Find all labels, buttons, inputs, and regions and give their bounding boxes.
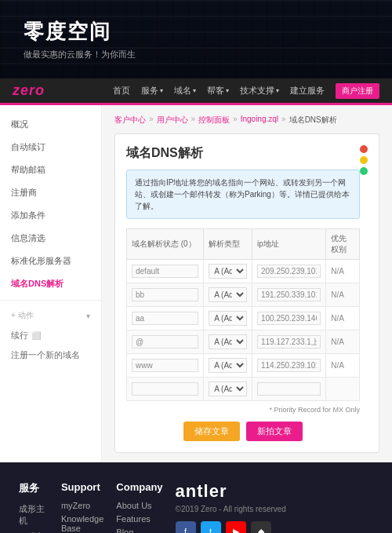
dns-name-input[interactable] (132, 312, 198, 325)
footer-link-hosting[interactable]: 成形主机 (19, 503, 49, 527)
dns-ip-input[interactable] (257, 288, 321, 301)
hero-section: 零度空间 做最实惠的云服务！为你而生 (0, 0, 392, 78)
breadcrumb-sep-0: » (149, 115, 154, 126)
dns-name-input[interactable] (132, 382, 198, 396)
col-header-ip: ip地址 (252, 229, 325, 260)
main-layout: 概况 自动续订 帮助邮箱 注册商 添加条件 信息清选 标准化形服务器 域名DNS… (0, 105, 392, 462)
antler-copyright: ©2019 Zero - All rights reserved (176, 505, 378, 513)
dns-ip-input[interactable] (257, 335, 321, 349)
footer-link-kb[interactable]: Knowledge Base (61, 514, 103, 533)
table-row: A (Address) (127, 378, 360, 401)
breadcrumb-link-1[interactable]: 用户中心 (157, 115, 188, 126)
breadcrumb-link-2[interactable]: 控制面板 (198, 115, 230, 126)
sidebar-item-server[interactable]: 标准化形服务器 (0, 250, 101, 272)
footer-link-myzero[interactable]: myZero (61, 501, 103, 510)
breadcrumb-sep-3: » (281, 115, 286, 126)
dns-priority-cell (326, 378, 360, 401)
footer: zero 服务 成形主机 云服务器 Cloud Virtual (VPS) Do… (0, 462, 392, 533)
footer-col-company: Company About Us Features Blog Legal (116, 481, 162, 533)
continue-label: 续行 (11, 330, 28, 341)
table-row: A (Address)N/A (127, 260, 360, 283)
dns-type-select[interactable]: A (Address) (209, 381, 247, 396)
dns-name-input[interactable] (132, 288, 198, 301)
dns-type-select[interactable]: A (Address) (209, 287, 247, 302)
nav-item-home[interactable]: 首页 (113, 85, 130, 97)
dns-type-select[interactable]: A (Address) (209, 334, 247, 349)
dns-ip-input[interactable] (257, 382, 321, 396)
antler-brand: antler (176, 481, 378, 502)
status-dot-yellow (360, 156, 368, 164)
footer-col-brand: antler ©2019 Zero - All rights reserved … (176, 481, 378, 533)
breadcrumb-sep-2: » (233, 115, 238, 126)
sidebar-action-continue[interactable]: 续行 ⬜ (0, 326, 101, 345)
nav-register-button[interactable]: 商户注册 (336, 83, 379, 99)
nav-item-build[interactable]: 建立服务 (290, 85, 325, 97)
dns-ip-input[interactable] (257, 359, 321, 372)
nav-item-tech[interactable]: 技术支撑 ▾ (240, 85, 279, 97)
sidebar-item-dns[interactable]: 域名DNS解析 (0, 272, 101, 295)
main-content: 客户中心 » 用户中心 » 控制面板 » Ingoing.zql » 域名DNS… (102, 105, 392, 462)
dns-priority-cell: N/A (326, 283, 360, 307)
col-header-type: 解析类型 (204, 229, 252, 260)
dns-ip-input[interactable] (257, 312, 321, 325)
sidebar-action-register-domain[interactable]: 注册一个新的域名 (0, 345, 101, 365)
dns-type-select[interactable]: A (Address) (209, 358, 247, 373)
social-youtube-icon[interactable]: ▶ (226, 521, 246, 533)
nav-item-domain[interactable]: 域名 ▾ (174, 85, 196, 97)
nav-item-services[interactable]: 服务 ▾ (141, 85, 163, 97)
social-github-icon[interactable]: ◆ (251, 521, 271, 533)
dns-name-input[interactable] (132, 359, 198, 372)
expand-icon[interactable]: ▾ (86, 312, 90, 320)
footer-link-features[interactable]: Features (116, 514, 162, 524)
hero-subtitle: 做最实惠的云服务！为你而生 (24, 49, 368, 60)
sidebar-item-registrar[interactable]: 注册商 (0, 181, 101, 204)
footer-services-title: 服务 (19, 481, 49, 495)
footer-support-title: Support (61, 481, 103, 493)
footer-company-title: Company (116, 481, 162, 493)
sidebar: 概况 自动续订 帮助邮箱 注册商 添加条件 信息清选 标准化形服务器 域名DNS… (0, 105, 102, 462)
dns-priority-cell: N/A (326, 307, 360, 330)
breadcrumb-link-0[interactable]: 客户中心 (114, 115, 146, 126)
dns-type-select[interactable]: A (Address) (209, 264, 247, 279)
nav-item-help[interactable]: 帮客 ▾ (207, 85, 229, 97)
chevron-down-icon: ▾ (160, 87, 163, 94)
dns-table: 域名解析状态 (0） 解析类型 ip地址 优先权别 A (Address)N/A… (126, 228, 360, 401)
add-button[interactable]: 新拍文章 (246, 422, 303, 441)
sidebar-item-autorenew[interactable]: 自动续订 (0, 136, 101, 159)
priority-note: * Priority Record for MX Only (126, 406, 360, 414)
page-title: 域名DNS解析 (126, 145, 360, 162)
sidebar-item-addcondition[interactable]: 添加条件 (0, 204, 101, 227)
dns-info-box: 通过指向IP地址将您的域名指向一个网站、或转发到另一个网站、或创建一个邮件转发（… (126, 170, 360, 219)
sidebar-section-label: + 动作 (11, 310, 34, 321)
dns-card: 域名DNS解析 通过指向IP地址将您的域名指向一个网站、或转发到另一个网站、或创… (114, 133, 379, 453)
btn-row: 储存文章 新拍文章 (126, 422, 360, 441)
breadcrumb-link-3[interactable]: Ingoing.zql (241, 115, 278, 126)
dns-info-text: 通过指向IP地址将您的域名指向一个网站、或转发到另一个网站、或创建一个邮件转发（… (135, 178, 350, 210)
col-header-priority: 优先权别 (326, 229, 360, 260)
dns-type-select[interactable]: A (Address) (209, 311, 247, 326)
sidebar-item-overview[interactable]: 概况 (0, 113, 101, 136)
footer-link-blog[interactable]: Blog (116, 528, 162, 533)
sidebar-section-actions: + 动作 ▾ (0, 305, 101, 326)
status-dot-red (360, 145, 368, 153)
social-twitter-icon[interactable]: t (201, 521, 221, 533)
footer-link-about[interactable]: About Us (116, 501, 162, 510)
breadcrumb-current: 域名DNS解析 (289, 115, 337, 126)
dns-ip-input[interactable] (257, 265, 321, 278)
social-icons: f t ▶ ◆ (176, 521, 378, 533)
footer-columns: 服务 成形主机 云服务器 Cloud Virtual (VPS) Domain … (19, 481, 373, 533)
nav-items: 首页 服务 ▾ 域名 ▾ 帮客 ▾ 技术支撑 ▾ 建立服务 商户注册 (113, 83, 379, 99)
footer-col-services: 服务 成形主机 云服务器 Cloud Virtual (VPS) Domain … (19, 481, 49, 533)
dns-name-input[interactable] (132, 335, 198, 349)
dns-name-input[interactable] (132, 265, 198, 278)
sidebar-item-email[interactable]: 帮助邮箱 (0, 159, 101, 181)
status-dot-green (360, 167, 368, 175)
nav-logo[interactable]: zero (13, 82, 45, 99)
social-facebook-icon[interactable]: f (176, 521, 196, 533)
save-button[interactable]: 储存文章 (183, 422, 240, 441)
status-dots-panel (360, 145, 368, 175)
dns-priority-cell: N/A (326, 260, 360, 283)
sidebar-item-infoselect[interactable]: 信息清选 (0, 227, 101, 250)
hero-title: 零度空间 (24, 18, 368, 46)
table-row: A (Address)N/A (127, 330, 360, 354)
